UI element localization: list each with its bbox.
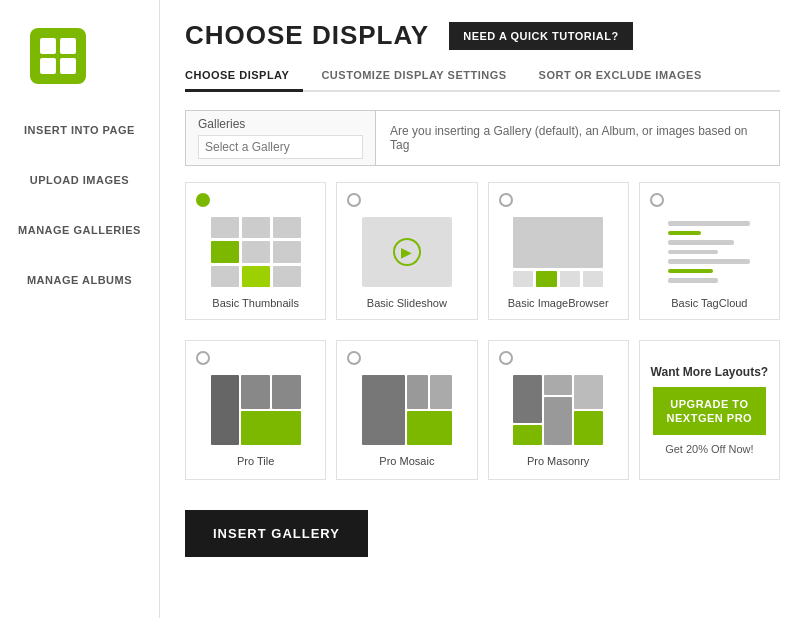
sidebar-item-upload[interactable]: UPLOAD IMAGES — [22, 170, 137, 190]
card-pro-mosaic[interactable]: Pro Mosaic — [336, 340, 477, 480]
page-title: CHOOSE DISPLAY — [185, 20, 429, 51]
label-basic-tagcloud: Basic TagCloud — [671, 297, 747, 309]
tutorial-button[interactable]: NEED A QUICK TUTORIAL? — [449, 22, 632, 50]
preview-imagebrowser — [513, 217, 603, 287]
preview-pro-tile — [211, 375, 301, 445]
sidebar-item-insert[interactable]: INSERT INTO PAGE — [16, 120, 143, 140]
gallery-type-box: Galleries — [186, 111, 376, 165]
label-pro-tile: Pro Tile — [237, 455, 274, 467]
card-basic-tagcloud[interactable]: Basic TagCloud — [639, 182, 780, 320]
gallery-select-input[interactable] — [198, 135, 363, 159]
play-icon: ▶ — [393, 238, 421, 266]
tab-choose-display[interactable]: CHOOSE DISPLAY — [185, 61, 303, 92]
card-pro-masonry[interactable]: Pro Masonry — [488, 340, 629, 480]
preview-tagcloud — [664, 217, 754, 287]
gallery-type-label: Galleries — [198, 117, 363, 131]
radio-basic-imagebrowser[interactable] — [499, 193, 513, 207]
sidebar-item-galleries[interactable]: MANAGE GALLERIES — [10, 220, 149, 240]
radio-basic-thumbnails[interactable] — [196, 193, 210, 207]
upgrade-title: Want More Layouts? — [651, 365, 769, 379]
card-basic-thumbnails[interactable]: Basic Thumbnails — [185, 182, 326, 320]
label-basic-thumbnails: Basic Thumbnails — [212, 297, 299, 309]
nav-tabs: CHOOSE DISPLAY CUSTOMIZE DISPLAY SETTING… — [185, 61, 780, 92]
main-content: CHOOSE DISPLAY NEED A QUICK TUTORIAL? CH… — [165, 0, 800, 577]
gallery-grid-row1: Basic Thumbnails ▶ Basic Slideshow — [185, 182, 780, 320]
label-pro-mosaic: Pro Mosaic — [379, 455, 434, 467]
gallery-selector: Galleries Are you inserting a Gallery (d… — [185, 110, 780, 166]
radio-pro-masonry[interactable] — [499, 351, 513, 365]
label-pro-masonry: Pro Masonry — [527, 455, 589, 467]
preview-pro-mosaic — [362, 375, 452, 445]
gallery-info: Are you inserting a Gallery (default), a… — [376, 111, 779, 165]
tab-customize[interactable]: CUSTOMIZE DISPLAY SETTINGS — [321, 61, 520, 92]
upgrade-button[interactable]: UPGRADE TONEXTGEN PRO — [653, 387, 767, 436]
upgrade-card: Want More Layouts? UPGRADE TONEXTGEN PRO… — [639, 340, 780, 480]
tab-sort[interactable]: SORT OR EXCLUDE IMAGES — [539, 61, 716, 92]
card-pro-tile[interactable]: Pro Tile — [185, 340, 326, 480]
label-basic-slideshow: Basic Slideshow — [367, 297, 447, 309]
radio-pro-mosaic[interactable] — [347, 351, 361, 365]
gallery-grid-row2: Pro Tile Pro Mosaic — [185, 340, 780, 480]
radio-pro-tile[interactable] — [196, 351, 210, 365]
radio-basic-tagcloud[interactable] — [650, 193, 664, 207]
radio-basic-slideshow[interactable] — [347, 193, 361, 207]
card-basic-slideshow[interactable]: ▶ Basic Slideshow — [336, 182, 477, 320]
label-basic-imagebrowser: Basic ImageBrowser — [508, 297, 609, 309]
upgrade-discount: Get 20% Off Now! — [665, 443, 753, 455]
preview-thumbnails — [211, 217, 301, 287]
sidebar: INSERT INTO PAGE UPLOAD IMAGES MANAGE GA… — [0, 0, 160, 618]
card-basic-imagebrowser[interactable]: Basic ImageBrowser — [488, 182, 629, 320]
header: CHOOSE DISPLAY NEED A QUICK TUTORIAL? — [185, 20, 780, 51]
preview-pro-masonry — [513, 375, 603, 445]
preview-slideshow: ▶ — [362, 217, 452, 287]
sidebar-item-albums[interactable]: MANAGE ALBUMS — [19, 270, 140, 290]
insert-gallery-button[interactable]: INSERT GALLERY — [185, 510, 368, 557]
